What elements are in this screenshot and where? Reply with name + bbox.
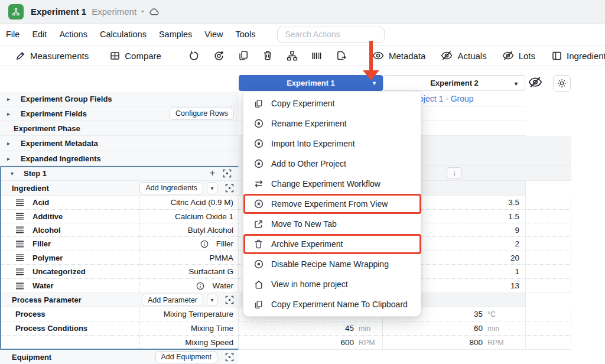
info-icon[interactable] bbox=[196, 282, 204, 290]
extra-cell[interactable] bbox=[526, 279, 571, 293]
info-icon[interactable] bbox=[200, 240, 209, 248]
extra-cell[interactable] bbox=[526, 307, 571, 321]
drag-handle-icon[interactable] bbox=[15, 213, 24, 220]
compare-button[interactable]: Compare bbox=[110, 51, 161, 61]
parameter-name-cell[interactable]: Mixing Time bbox=[140, 321, 239, 336]
menu-view[interactable]: View bbox=[204, 30, 223, 39]
add-ingredients-button[interactable]: Add Ingredients bbox=[139, 182, 203, 194]
configure-rows-button[interactable]: Configure Rows bbox=[170, 108, 234, 120]
chevron-down-icon[interactable]: ▾ bbox=[11, 170, 17, 177]
menu-item-archive-experiment[interactable]: Archive Experiment bbox=[243, 234, 421, 254]
ingredient-attributes-toggle[interactable]: Ingredient Attrib bbox=[552, 51, 605, 61]
ingredient-name-cell[interactable]: Surfactant G bbox=[140, 265, 239, 279]
menu-file[interactable]: File bbox=[6, 30, 19, 39]
menu-edit[interactable]: Edit bbox=[32, 30, 47, 39]
add-row-plus-icon[interactable]: + bbox=[210, 168, 215, 178]
gear-icon bbox=[557, 79, 567, 88]
trash-icon[interactable] bbox=[262, 50, 273, 61]
drag-handle-icon[interactable] bbox=[15, 268, 24, 275]
menu-item-view-in-home-project[interactable]: View in home project bbox=[243, 274, 421, 294]
metadata-toggle[interactable]: Metadata bbox=[372, 51, 426, 61]
add-ingredients-caret-button[interactable]: ▾ bbox=[207, 182, 217, 194]
menu-item-change-experiment-workflow[interactable]: Change Experiment Workflow bbox=[243, 174, 421, 194]
toolbar: Measurements Compare bbox=[0, 46, 605, 66]
menu-tools[interactable]: Tools bbox=[236, 30, 256, 39]
extra-cell[interactable] bbox=[526, 223, 571, 237]
focus-expand-icon[interactable] bbox=[225, 295, 234, 304]
ingredient-name-cell[interactable]: Water bbox=[140, 279, 239, 293]
chevron-right-icon[interactable]: ▸ bbox=[7, 155, 13, 162]
menu-samples[interactable]: Samples bbox=[159, 30, 192, 39]
extra-cell[interactable] bbox=[526, 321, 571, 336]
extra-cell[interactable] bbox=[526, 237, 571, 251]
drag-handle-icon[interactable] bbox=[15, 226, 24, 233]
pencil-icon bbox=[15, 51, 25, 61]
menu-item-copy-experiment[interactable]: Copy Experiment bbox=[243, 93, 421, 113]
menu-item-import-into-experiment[interactable]: Import Into Experiment bbox=[243, 134, 421, 154]
menu-calculations[interactable]: Calculations bbox=[100, 30, 147, 39]
menu-item-rename-experiment[interactable]: Rename Experiment bbox=[243, 113, 421, 134]
experiment-1-column-button[interactable]: Experiment 1 ▾ bbox=[239, 75, 383, 91]
hide-column-eye-slash-icon[interactable] bbox=[528, 76, 542, 88]
app-logo-icon bbox=[8, 4, 24, 20]
actuals-toggle[interactable]: Actuals bbox=[441, 51, 486, 61]
menu-item-add-to-other-project[interactable]: Add to Other Project bbox=[243, 154, 421, 174]
extra-cell[interactable] bbox=[526, 196, 571, 210]
ingredient-name-cell[interactable]: Filler bbox=[140, 237, 239, 251]
table-row-mixing-speed: Mixing Speed 600RPM 800RPM bbox=[0, 336, 571, 350]
exp1-value-cell[interactable]: 45min bbox=[239, 321, 383, 336]
experiment-2-column-button[interactable]: Experiment 2 ▾ bbox=[383, 75, 525, 91]
ingredient-name-cell[interactable]: Butyl Alcohol bbox=[140, 223, 239, 237]
external-link-icon bbox=[253, 220, 264, 229]
add-parameter-caret-button[interactable]: ▾ bbox=[207, 294, 217, 306]
focus-expand-icon[interactable] bbox=[225, 353, 234, 362]
ingredient-name-cell[interactable]: Calcium Oxide 1 bbox=[140, 210, 239, 223]
drag-handle-icon[interactable] bbox=[15, 254, 24, 261]
exp2-value-cell[interactable]: 60min bbox=[383, 321, 526, 336]
chevron-down-icon[interactable]: ▾ bbox=[515, 80, 518, 87]
exp2-value-cell[interactable]: 800RPM bbox=[383, 336, 526, 350]
parameter-name-cell[interactable]: Mixing Temperature bbox=[140, 307, 239, 321]
swap-arrows-icon bbox=[253, 180, 264, 188]
menu-actions[interactable]: Actions bbox=[59, 30, 87, 39]
undo-icon[interactable] bbox=[188, 50, 200, 61]
exp1-value-cell[interactable]: 600RPM bbox=[239, 336, 383, 350]
target-icon[interactable] bbox=[213, 50, 225, 61]
ingredient-name-cell[interactable]: PMMA bbox=[140, 251, 239, 265]
settings-button[interactable] bbox=[553, 75, 571, 92]
move-down-button[interactable]: ↓ bbox=[447, 167, 462, 179]
annotation-arrow bbox=[369, 41, 373, 71]
parameter-name-cell[interactable]: Mixing Speed bbox=[140, 336, 239, 350]
export-icon[interactable] bbox=[336, 50, 347, 61]
menu-item-disable-recipe-name-wrapping[interactable]: Disable Recipe Name Wrapping bbox=[243, 254, 421, 274]
chevron-down-icon[interactable]: ▾ bbox=[373, 80, 376, 86]
menu-item-copy-experiment-name-to-clipboard[interactable]: Copy Experiment Name To Clipboard bbox=[243, 294, 421, 314]
barcode-icon[interactable] bbox=[311, 51, 323, 61]
measurements-button[interactable]: Measurements bbox=[15, 51, 89, 61]
circle-dot-icon bbox=[253, 159, 264, 168]
extra-cell[interactable] bbox=[526, 265, 571, 279]
focus-expand-icon[interactable] bbox=[225, 184, 234, 193]
circle-dot-icon bbox=[253, 139, 264, 148]
extra-cell[interactable] bbox=[526, 336, 571, 350]
chevron-right-icon[interactable]: ▸ bbox=[7, 96, 13, 102]
copy-icon[interactable] bbox=[238, 50, 249, 61]
chevron-right-icon[interactable]: ▸ bbox=[7, 140, 13, 147]
menu-bar: File Edit Actions Calculations Samples V… bbox=[0, 24, 605, 46]
focus-expand-icon[interactable] bbox=[223, 169, 232, 178]
ingredient-name-cell[interactable]: Citric Acid (0.9 M) bbox=[140, 196, 239, 210]
drag-handle-icon[interactable] bbox=[15, 240, 24, 248]
sitemap-icon[interactable] bbox=[287, 50, 298, 61]
drag-handle-icon[interactable] bbox=[15, 282, 24, 290]
search-actions-input[interactable] bbox=[277, 27, 385, 43]
extra-cell[interactable] bbox=[526, 251, 571, 265]
lots-toggle[interactable]: Lots bbox=[502, 51, 535, 61]
extra-cell[interactable] bbox=[526, 210, 571, 223]
add-parameter-button[interactable]: Add Parameter bbox=[142, 294, 203, 306]
menu-item-move-to-new-tab[interactable]: Move To New Tab bbox=[243, 214, 421, 234]
add-equipment-button[interactable]: Add Equipment bbox=[155, 351, 217, 363]
chevron-right-icon[interactable]: ▸ bbox=[7, 110, 13, 117]
menu-item-remove-experiment-from-view[interactable]: Remove Experiment From View bbox=[243, 194, 421, 214]
circle-x-icon bbox=[253, 199, 264, 209]
drag-handle-icon[interactable] bbox=[15, 199, 24, 206]
